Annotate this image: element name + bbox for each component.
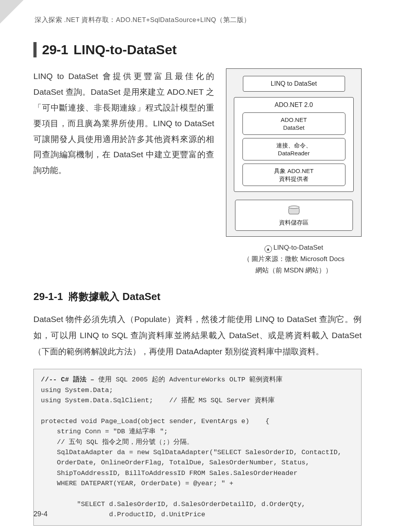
subsection-heading: 29-1-1 將數據載入 DataSet [33,290,362,304]
code-line: string Conn = "DB 連結字串 "; [41,428,168,435]
running-head: 深入探索 .NET 資料存取：ADO.NET+SqlDataSource+LIN… [35,16,362,24]
caption-line: 網站（前 MSDN 網站）） [255,267,332,274]
code-block: //-- C# 語法 – 使用 SQL 2005 起的 AdventureWor… [33,369,362,526]
diagram-inner-line: DataSet [283,124,304,131]
code-line: 使用 SQL 2005 起的 AdventureWorks OLTP 範例資料庫 [94,376,283,383]
diagram-adonet-title: ADO.NET 2.0 [275,100,313,109]
code-line: SqlDataAdapter da = new SqlDataAdapter("… [41,449,342,456]
caption-line: （ 圖片來源：微軟 Microsoft Docs [243,255,345,263]
diagram-inner-datareader: 連接、命令、 DataReader [242,138,345,160]
diagram-inner-line: 資料提供者 [279,175,309,182]
page-number: 29-4 [33,510,48,518]
diagram-box-linq: LINQ to DataSet [243,76,345,92]
caption-line: LINQ-to-DataSet [274,244,323,251]
database-icon [288,206,299,216]
body-paragraph: DataSet 物件必須先填入（Populate）資料，然後才能使用 LINQ … [33,311,362,360]
diagram-inner-line: 連接、命令、 [276,142,312,149]
diagram-box-storage: 資料儲存區 [235,200,353,231]
section-title: LINQ-to-DataSet [73,42,177,57]
diagram-box-adonet: ADO.NET 2.0 ADO.NET DataSet 連接、命令、 DataR… [234,97,354,192]
subsection-number: 29-1-1 [33,291,63,303]
code-line: WHERE DATEPART(YEAR, OrderDate) = @year;… [41,480,233,487]
code-line: using System.Data; [41,387,113,394]
architecture-diagram: LINQ to DataSet ADO.NET 2.0 ADO.NET Data… [226,68,362,237]
code-line: using System.Data.SqlClient; // 搭配 MS SQ… [41,397,275,404]
diagram-column: LINQ to DataSet ADO.NET 2.0 ADO.NET Data… [226,68,362,276]
diagram-inner-line: ADO.NET [281,116,307,123]
diagram-inner-line: DataReader [278,150,310,156]
intro-column: LINQ to DataSet 會提供更豐富且最佳化的 DataSet 查詢。D… [33,68,214,276]
code-line: d.ProductID, d.UnitPrice [41,511,205,518]
diagram-inner-line: 具象 ADO.NET [274,168,314,174]
caption-arrow-icon: ▲ [264,245,272,253]
code-line: "SELECT d.SalesOrderID, d.SalesOrderDeta… [41,501,305,508]
section-heading: 29-1 LINQ-to-DataSet [33,42,362,57]
two-column-row: LINQ to DataSet 會提供更豐富且最佳化的 DataSet 查詢。D… [33,68,362,276]
subsection-title: 將數據載入 DataSet [68,290,160,304]
diagram-inner-provider: 具象 ADO.NET 資料提供者 [242,164,345,186]
page: 深入探索 .NET 資料存取：ADO.NET+SqlDataSource+LIN… [0,0,393,526]
diagram-inner-dataset: ADO.NET DataSet [242,112,345,135]
code-line-bold: //-- C# 語法 – [41,376,94,383]
code-line: protected void Page_Load(object sender, … [41,418,270,425]
diagram-storage-label: 資料儲存區 [279,219,309,226]
section-number: 29-1 [42,42,68,57]
code-line: ShipToAddressID, BillToAddressID FROM Sa… [41,469,298,477]
code-line: OrderDate, OnlineOrderFlag, TotalDue, Sa… [41,459,310,466]
code-line: // 五句 SQL 指令之間，用分號（;）分隔。 [41,438,193,446]
figure-caption: ▲LINQ-to-DataSet （ 圖片來源：微軟 Microsoft Doc… [226,242,362,276]
intro-paragraph: LINQ to DataSet 會提供更豐富且最佳化的 DataSet 查詢。D… [33,68,214,178]
